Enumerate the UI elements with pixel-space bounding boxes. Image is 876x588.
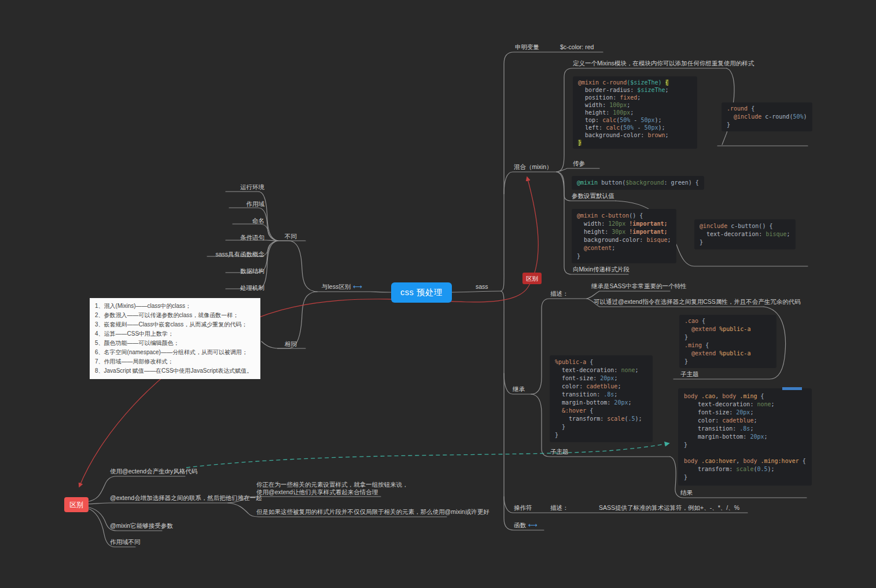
code-line: border-radius: $sizeThe; — [578, 86, 692, 94]
code-line: &:hover { — [555, 407, 647, 415]
branch-less-difference[interactable]: 与less区别⟷ — [322, 283, 362, 291]
code-line: transform: scale(.5); — [555, 415, 647, 423]
node-result[interactable]: 结果 — [680, 489, 693, 497]
extend-usage-note-1-line2: 使用@extend让他们共享样式看起来合情合理 — [256, 488, 408, 496]
node-same[interactable]: 相同 — [285, 340, 297, 348]
difference-item-1[interactable]: 使用@ectend会产生dry风格代码 — [110, 468, 197, 475]
node-function[interactable]: 函数⟷ — [514, 521, 538, 529]
node-different[interactable]: 不同 — [285, 233, 297, 240]
node-extend-desc[interactable]: 描述： — [550, 290, 569, 297]
node-mixin-default[interactable]: 参数设置默认值 — [572, 192, 614, 200]
different-item[interactable]: sass具有函数概念 — [174, 242, 264, 259]
node-extend-note2[interactable]: 可以通过@extend指令在选择器之间复用CSS属性，并且不会产生冗余的代码 — [594, 298, 801, 306]
code-line: transition: .8s; — [684, 425, 806, 433]
code-line: body .cao:hover, body .ming:hover { — [684, 457, 806, 465]
different-items: 运行环境作用域命名条件语句sass具有函数概念数据结构处理机制 — [174, 175, 264, 293]
code-line: width: 100px; — [578, 101, 692, 109]
same-point[interactable]: 1、混入(Mixins)——class中的class； — [95, 302, 255, 311]
node-subtopic-2[interactable]: 子主题 — [550, 448, 569, 455]
relationship-label-badge[interactable]: 区别 — [522, 273, 542, 284]
node-mixin-param[interactable]: 传参 — [573, 160, 585, 167]
same-point[interactable]: 2、参数混入——可以传递参数的class，就像函数一样； — [95, 311, 255, 320]
different-item[interactable]: 数据结构 — [174, 259, 264, 276]
code-line: .cao { — [684, 317, 771, 325]
code-mixin-c-button[interactable]: @mixin c-button() { width: 120px !import… — [572, 209, 676, 263]
mindmap-canvas: css 预处理 与less区别⟷ 不同 运行环境作用域命名条件语句sass具有函… — [0, 0, 876, 588]
code-line: left: calc(50% - 50px); — [578, 124, 692, 131]
code-line: @mixin c-round($sizeThe) { — [578, 79, 692, 86]
code-line: } — [684, 333, 771, 341]
code-line: @include c-round(50%) — [727, 113, 807, 121]
code-line: } — [577, 252, 671, 260]
different-item[interactable]: 处理机制 — [174, 276, 264, 293]
different-item[interactable]: 作用域 — [174, 192, 264, 209]
code-line: body .cao, body .ming { — [684, 392, 806, 400]
code-line: background-color: bisque; — [577, 236, 671, 244]
code-public-a[interactable]: %public-a { text-decoration: none; font-… — [550, 355, 653, 442]
node-operator[interactable]: 操作符 — [514, 504, 532, 512]
node-declare-variable[interactable]: 申明变量 — [515, 43, 539, 51]
branch-sass[interactable]: sass — [476, 283, 488, 291]
code-line: transition: .8s; — [555, 391, 647, 399]
root-topic[interactable]: css 预处理 — [391, 282, 452, 303]
node-difference[interactable]: 区别 — [64, 497, 89, 512]
code-mixin-c-round[interactable]: @mixin c-round($sizeThe) { border-radius… — [573, 76, 697, 149]
different-item[interactable]: 运行环境 — [174, 175, 264, 192]
code-line: height: 30px !important; — [577, 228, 671, 236]
node-mixin-define-note[interactable]: 定义一个Mixins模块，在模块内你可以添加任何你想重复使用的样式 — [573, 60, 754, 67]
code-line: } — [578, 139, 692, 146]
code-line: .ming { — [684, 341, 771, 350]
code-line: font-size: 20px; — [555, 374, 647, 383]
same-point[interactable]: 6、名字空间(namespace)——分组样式，从而可以被调用； — [95, 348, 255, 357]
selection-bar — [782, 387, 802, 390]
same-point[interactable]: 7、作用域——局部修改样式； — [95, 357, 255, 366]
code-line: top: calc(50% - 50px); — [578, 116, 692, 124]
node-operator-desc[interactable]: 描述： — [550, 504, 569, 512]
code-line: margin-bottom: 20px; — [555, 399, 647, 407]
code-include-c-button[interactable]: @include c-button() { text-decoration: b… — [694, 219, 796, 249]
code-line: position: fixed; — [578, 94, 692, 101]
node-extend[interactable]: 继承 — [513, 385, 525, 393]
link-icon[interactable]: ⟷ — [528, 521, 538, 528]
code-line: text-decoration: bisque; — [700, 230, 790, 238]
extend-usage-note-1[interactable]: 你正在为一些相关的元素设置样式，就拿一组按钮来说， 使用@extend让他们共享… — [256, 481, 408, 496]
code-extend-result[interactable]: body .cao, body .ming { text-decoration:… — [678, 388, 812, 486]
extend-usage-note-2[interactable]: 但是如果这些被复用的样式片段并不仅仅局限于相关的元素，那么使用@mixin或许更… — [256, 508, 489, 516]
node-subtopic-1[interactable]: 子主题 — [680, 370, 699, 378]
code-line: @include c-button() { — [700, 222, 790, 230]
code-line: %public-a { — [555, 358, 647, 366]
same-point[interactable]: 4、运算——CSS中用上数学； — [95, 329, 255, 339]
same-point[interactable]: 8、JavaScript 赋值——在CSS中使用JavaScript表达式赋值。 — [95, 366, 255, 376]
same-point[interactable]: 5、颜色功能——可以编辑颜色； — [95, 339, 255, 348]
different-item[interactable]: 条件语句 — [174, 226, 264, 242]
code-line: } — [727, 121, 807, 129]
code-line: } — [684, 358, 771, 366]
node-operator-note[interactable]: SASS提供了标准的算术运算符，例如+、-、*、/、% — [599, 504, 739, 512]
branch-less-difference-label: 与less区别 — [322, 283, 351, 290]
code-extend-use[interactable]: .cao { @extend %public-a}.ming { @extend… — [679, 315, 776, 368]
extend-usage-note-1-line1: 你正在为一些相关的元素设置样式，就拿一组按钮来说， — [256, 481, 408, 488]
code-line: .round { — [727, 105, 807, 113]
code-mixin-button-param[interactable]: @mixin button($background: green) { — [572, 176, 704, 190]
same-point[interactable]: 3、嵌套规则——Class中嵌套class，从而减少重复的代码； — [95, 320, 255, 329]
code-round-include[interactable]: .round { @include c-round(50%)} — [722, 102, 812, 131]
node-extend-note1[interactable]: 继承是SASS中非常重要的一个特性 — [591, 282, 687, 290]
difference-item-3[interactable]: @mixin它能够接受参数 — [110, 522, 173, 530]
difference-item-2[interactable]: @extend会增加选择器之间的联系，然后把他们堆在一起 — [110, 494, 262, 502]
node-mixin[interactable]: 混合（mixin） — [514, 163, 553, 171]
code-line: color: cadetblue; — [555, 383, 647, 391]
different-item[interactable]: 命名 — [174, 209, 264, 226]
code-line: @mixin button($background: green) { — [577, 179, 699, 187]
node-mixin-content[interactable]: 向Mixin传递样式片段 — [573, 266, 630, 273]
relationship-line-dashed — [186, 443, 669, 468]
node-declare-value[interactable]: $c-color: red — [560, 43, 594, 51]
code-line — [684, 449, 806, 457]
code-line: font-size: 20px; — [684, 409, 806, 417]
code-line: margin-bottom: 20px; — [684, 433, 806, 441]
difference-item-4[interactable]: 作用域不同 — [110, 538, 141, 546]
link-icon[interactable]: ⟷ — [353, 283, 362, 290]
same-points-box[interactable]: 1、混入(Mixins)——class中的class；2、参数混入——可以传递参… — [90, 298, 260, 379]
code-line: } — [684, 441, 806, 449]
code-line: } — [700, 238, 790, 247]
code-line: color: cadetblue; — [684, 417, 806, 425]
